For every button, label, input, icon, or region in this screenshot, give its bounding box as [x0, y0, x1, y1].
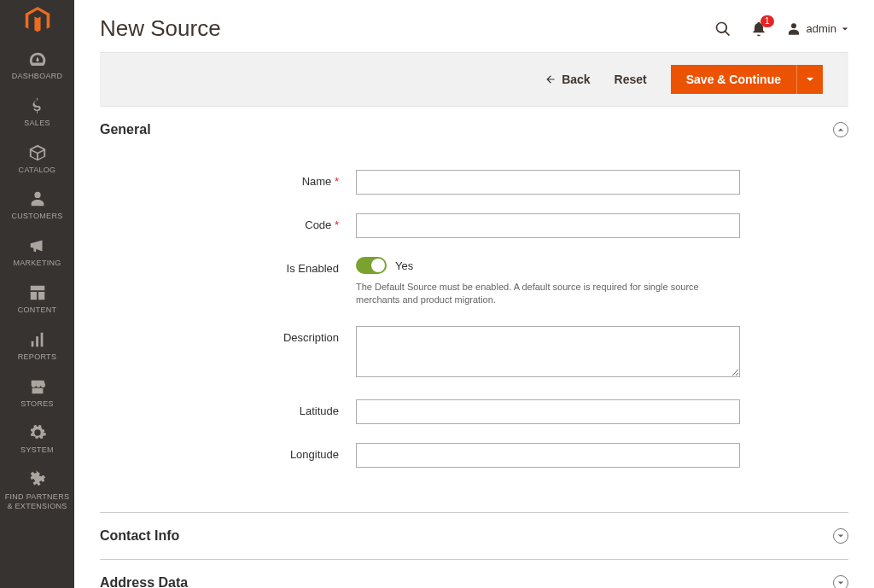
description-input[interactable] — [356, 326, 740, 377]
notification-badge: 1 — [760, 15, 774, 27]
reset-label: Reset — [615, 73, 647, 86]
section-address: Address Data — [100, 560, 848, 588]
search-icon — [714, 20, 731, 38]
section-general: General Name Code Is Enabled — [100, 107, 848, 513]
nav-label: Marketing — [13, 259, 61, 268]
name-label: Name — [100, 170, 356, 188]
section-general-body: Name Code Is Enabled Yes The Default Sou… — [100, 153, 848, 512]
nav-stores[interactable]: Stores — [0, 369, 74, 416]
save-dropdown-button[interactable] — [796, 65, 823, 94]
dollar-icon — [28, 96, 47, 115]
bar-chart-icon — [28, 330, 47, 349]
nav-catalog[interactable]: Catalog — [0, 135, 74, 182]
expand-toggle[interactable] — [833, 528, 848, 544]
nav-customers[interactable]: Customers — [0, 181, 74, 228]
nav-label: Stores — [20, 399, 54, 409]
longitude-input[interactable] — [356, 443, 740, 468]
main-content: New Source 1 admin Back Reset Save & Co — [74, 0, 874, 588]
puzzle-icon — [28, 470, 47, 489]
nav-label: Dashboard — [12, 72, 63, 81]
section-address-header[interactable]: Address Data — [100, 560, 848, 588]
description-label: Description — [100, 326, 356, 344]
nav-label: System — [20, 445, 54, 455]
back-button[interactable]: Back — [545, 73, 590, 86]
nav-label: Sales — [24, 119, 50, 128]
search-button[interactable] — [714, 20, 731, 38]
nav-sales[interactable]: Sales — [0, 88, 74, 135]
code-label: Code — [100, 213, 356, 231]
field-longitude: Longitude — [100, 443, 848, 468]
nav-label: Customers — [11, 212, 62, 221]
username: admin — [807, 22, 836, 35]
nav-dashboard[interactable]: Dashboard — [0, 41, 74, 88]
gauge-icon — [28, 49, 47, 68]
notifications-button[interactable]: 1 — [750, 20, 767, 38]
section-contact: Contact Info — [100, 513, 848, 560]
nav-partners[interactable]: Find Partners & Extensions — [0, 462, 74, 518]
arrow-left-icon — [545, 73, 556, 85]
box-icon — [28, 143, 47, 162]
person-icon — [28, 189, 47, 208]
enabled-note: The Default Source must be enabled. A de… — [356, 281, 740, 307]
nav-reports[interactable]: Reports — [0, 322, 74, 369]
action-bar: Back Reset Save & Continue — [100, 52, 848, 107]
latitude-input[interactable] — [356, 399, 740, 424]
triangle-down-icon — [806, 75, 814, 84]
nav-content[interactable]: Content — [0, 275, 74, 322]
nav-label: Reports — [18, 352, 56, 362]
nav-marketing[interactable]: Marketing — [0, 228, 74, 275]
magento-logo[interactable] — [0, 0, 74, 41]
chevron-down-icon — [837, 579, 844, 586]
field-enabled: Is Enabled Yes The Default Source must b… — [100, 257, 848, 307]
nav-system[interactable]: System — [0, 415, 74, 462]
field-name: Name — [100, 170, 848, 195]
user-icon — [786, 21, 801, 37]
latitude-label: Latitude — [100, 399, 356, 417]
enabled-toggle[interactable] — [356, 257, 387, 274]
save-continue-button[interactable]: Save & Continue — [671, 65, 796, 94]
chevron-down-icon — [842, 26, 848, 32]
name-input[interactable] — [356, 170, 740, 195]
storefront-icon — [28, 377, 47, 396]
collapse-toggle[interactable] — [833, 122, 848, 137]
section-title: General — [100, 122, 151, 137]
enabled-value: Yes — [395, 259, 413, 272]
section-general-header[interactable]: General — [100, 107, 848, 153]
user-menu[interactable]: admin — [786, 21, 848, 37]
nav-label: Catalog — [19, 166, 56, 175]
nav-label: Find Partners & Extensions — [3, 492, 71, 511]
admin-sidebar: Dashboard Sales Catalog Customers Market… — [0, 0, 74, 588]
field-latitude: Latitude — [100, 399, 848, 424]
form-content: General Name Code Is Enabled — [74, 107, 874, 588]
enabled-label: Is Enabled — [100, 257, 356, 275]
back-label: Back — [562, 73, 590, 86]
section-title: Address Data — [100, 575, 188, 588]
section-contact-header[interactable]: Contact Info — [100, 513, 848, 559]
layout-icon — [28, 283, 47, 302]
header-actions: 1 admin — [714, 20, 848, 38]
reset-button[interactable]: Reset — [615, 73, 647, 86]
section-title: Contact Info — [100, 528, 179, 544]
expand-toggle[interactable] — [833, 575, 848, 588]
gear-icon — [28, 423, 47, 442]
megaphone-icon — [28, 236, 47, 255]
longitude-label: Longitude — [100, 443, 356, 461]
field-code: Code — [100, 213, 848, 238]
page-header: New Source 1 admin — [74, 0, 874, 52]
save-button-group: Save & Continue — [671, 65, 823, 94]
code-input[interactable] — [356, 213, 740, 238]
nav-label: Content — [18, 306, 57, 315]
chevron-up-icon — [837, 126, 844, 133]
chevron-down-icon — [837, 533, 844, 539]
field-description: Description — [100, 326, 848, 381]
page-title: New Source — [100, 15, 221, 42]
